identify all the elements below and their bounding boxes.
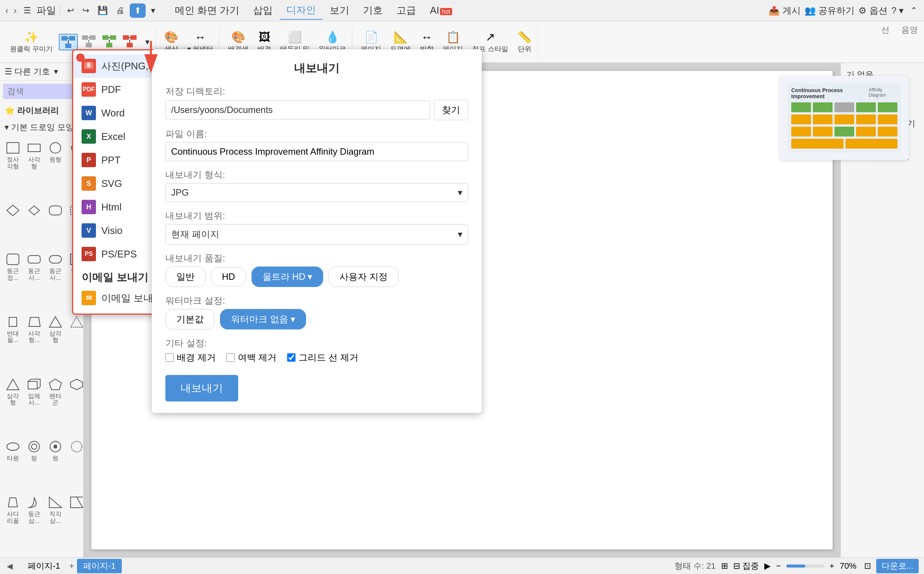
export-dialog: 내보내기 저장 디렉토리: /Users/yoons/Documents 찾기 … bbox=[152, 49, 482, 413]
range-select[interactable]: 현재 페이지 ▾ bbox=[165, 224, 468, 244]
shape-rounded-tri[interactable]: 둥근 삼... bbox=[24, 493, 44, 554]
zoom-slider[interactable] bbox=[786, 565, 824, 568]
diagram-style-1[interactable] bbox=[59, 34, 78, 50]
page-tab-1[interactable]: 페이지-1 bbox=[22, 559, 66, 573]
grid-remove-checkbox[interactable]: 그리드 선 제거 bbox=[287, 352, 358, 364]
do-export-btn[interactable]: 내보내기 bbox=[165, 375, 238, 402]
nav-back-btn[interactable]: ‹ bbox=[4, 4, 10, 17]
menu-advanced[interactable]: 고급 bbox=[390, 1, 423, 20]
menu-ai[interactable]: AIhot bbox=[423, 1, 459, 20]
quality-ultrahd-btn[interactable]: 울트라 HD ▾ bbox=[251, 266, 323, 287]
print-btn[interactable]: 🖨 bbox=[113, 4, 128, 17]
menu-icon-btn[interactable]: ☰ bbox=[21, 4, 34, 17]
preview-row-2 bbox=[791, 115, 897, 125]
shape-rect[interactable]: 사각형 bbox=[24, 139, 44, 200]
html-icon: H bbox=[82, 200, 96, 214]
save-btn[interactable]: 💾 bbox=[95, 4, 111, 17]
redo-btn[interactable]: ↪ bbox=[79, 4, 92, 17]
shape-circle[interactable]: 원형 bbox=[46, 139, 65, 200]
bg-remove-input[interactable] bbox=[165, 353, 174, 362]
format-select[interactable]: JPG ▾ bbox=[165, 183, 468, 202]
unit-label: 단위 bbox=[518, 44, 531, 54]
oneclick-btn[interactable]: ✨ 원클릭 꾸미기 bbox=[7, 29, 56, 55]
triangle2-icon bbox=[5, 377, 21, 392]
page-tab-active[interactable]: 페이지-1 bbox=[77, 559, 122, 573]
shape-circle2[interactable]: 원 bbox=[46, 437, 65, 492]
more-btn[interactable]: 다운로... bbox=[876, 559, 919, 573]
photo-icon bbox=[82, 59, 96, 73]
zoom-in-btn[interactable]: + bbox=[829, 561, 834, 571]
menu-home[interactable]: 메인 화면 가기 bbox=[168, 1, 246, 20]
shape-label: 타원 bbox=[7, 455, 19, 462]
share-btn[interactable]: ⬆ bbox=[130, 3, 146, 18]
wm-dropdown-icon: ▾ bbox=[291, 314, 295, 325]
quality-hd-btn[interactable]: HD bbox=[211, 267, 246, 286]
unit-btn[interactable]: 📏 단위 bbox=[514, 29, 534, 55]
zoom-out-btn[interactable]: − bbox=[776, 561, 781, 571]
shape-other7[interactable] bbox=[67, 437, 83, 492]
shape-other5[interactable] bbox=[67, 313, 83, 374]
menu-symbol[interactable]: 기호 bbox=[356, 1, 390, 20]
watermark-default-btn[interactable]: 기본값 bbox=[165, 309, 215, 330]
bottom-scroll-left[interactable]: ◀ bbox=[5, 560, 14, 572]
play-btn[interactable]: ▶ bbox=[764, 561, 771, 571]
symbols-icon: ☰ bbox=[5, 67, 12, 77]
undo-btn[interactable]: ↩ bbox=[64, 4, 77, 17]
bg-remove-checkbox[interactable]: 배경 제거 bbox=[165, 352, 216, 364]
shape-triangle2[interactable]: 삼각형 bbox=[3, 375, 23, 436]
nav-forward-btn[interactable]: › bbox=[12, 4, 18, 17]
shape-other2[interactable] bbox=[46, 201, 65, 249]
publish-btn[interactable]: 📤 게시 bbox=[769, 5, 801, 17]
shape-rounded-sq[interactable]: 둥근 정... bbox=[3, 250, 23, 311]
add-page-btn[interactable]: + bbox=[69, 561, 74, 571]
menu-insert[interactable]: 삽입 bbox=[246, 1, 280, 20]
svg-rect-53 bbox=[87, 62, 90, 64]
svg-point-47 bbox=[71, 441, 82, 452]
quality-custom-btn[interactable]: 사용자 지정 bbox=[329, 266, 399, 287]
quality-normal-btn[interactable]: 일반 bbox=[165, 266, 205, 287]
diagram-style-3[interactable] bbox=[100, 34, 119, 50]
shape-rounded-rect[interactable]: 둥근 사... bbox=[24, 250, 44, 311]
help-btn[interactable]: ? ▾ bbox=[891, 5, 903, 16]
export-close-btn[interactable] bbox=[76, 54, 85, 62]
menu-design[interactable]: 디자인 bbox=[280, 1, 323, 20]
shape-ring[interactable]: 링 bbox=[24, 437, 44, 492]
dir-value: /Users/yoons/Documents bbox=[171, 105, 273, 115]
shape-ellipse[interactable]: 타원 bbox=[3, 437, 23, 492]
pseps-label: PS/EPS bbox=[101, 248, 137, 260]
shape-other6[interactable] bbox=[67, 375, 83, 436]
layers-btn[interactable]: ⊞ bbox=[721, 561, 728, 571]
shape-square[interactable]: 정사각형 bbox=[3, 139, 23, 200]
browse-btn[interactable]: 찾기 bbox=[434, 100, 468, 120]
share-tools-btn[interactable]: 👥 공유하기 bbox=[804, 5, 855, 17]
shape-pentagon[interactable]: 펜타곤 bbox=[46, 375, 65, 436]
other8-icon bbox=[68, 495, 83, 510]
shape-right-tri[interactable]: 직각 삼... bbox=[46, 493, 65, 554]
diagram-style-4[interactable] bbox=[120, 34, 139, 50]
options-btn[interactable]: ⚙ 옵션 bbox=[858, 5, 888, 17]
shape-other8[interactable] bbox=[67, 493, 83, 554]
shape-rounded-rect2[interactable]: 둥근 사... bbox=[46, 250, 65, 311]
filename-input[interactable] bbox=[165, 142, 468, 161]
watermark-none-btn[interactable]: 워터마크 없음 ▾ bbox=[220, 309, 306, 330]
dropdown-btn[interactable]: ▾ bbox=[148, 4, 158, 17]
shape-trapezoid[interactable]: 사다리꼴 bbox=[3, 493, 23, 554]
shape-parallelogram[interactable]: 반대 필... bbox=[3, 313, 23, 374]
shape-cube[interactable]: 입체 사... bbox=[24, 375, 44, 436]
search-input[interactable] bbox=[3, 84, 80, 99]
margin-remove-checkbox[interactable]: 여백 제거 bbox=[226, 352, 277, 364]
svg-point-43 bbox=[29, 441, 39, 452]
shape-diamond1[interactable] bbox=[3, 201, 23, 249]
window-minimize-btn[interactable]: ⌃ bbox=[907, 4, 920, 17]
menu-view[interactable]: 보기 bbox=[323, 1, 356, 20]
diagram-style-2[interactable] bbox=[79, 34, 98, 50]
bgcolor-icon: 🎨 bbox=[231, 30, 245, 44]
shape-triangle[interactable]: 삼각형 bbox=[46, 313, 65, 374]
shape-label: 반대 필... bbox=[5, 330, 21, 344]
margin-remove-input[interactable] bbox=[226, 353, 235, 362]
shape-rect2[interactable]: 사각형... bbox=[24, 313, 44, 374]
fit-screen-btn[interactable]: ⊡ bbox=[864, 561, 871, 571]
collapse-btn[interactable]: ⊟ 집중 bbox=[733, 560, 759, 572]
shape-diamond2[interactable] bbox=[24, 201, 44, 249]
grid-remove-input[interactable] bbox=[287, 353, 295, 362]
